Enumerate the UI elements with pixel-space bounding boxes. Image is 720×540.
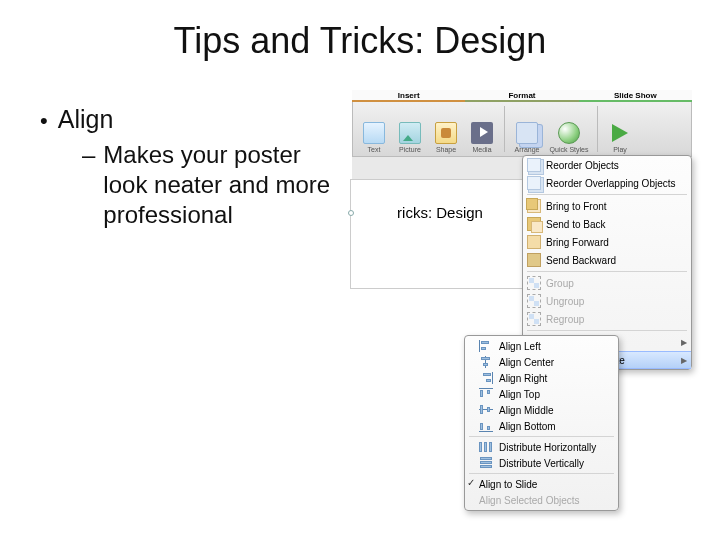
ribbon-play-button[interactable]: Play	[603, 104, 637, 154]
ribbon-quickstyles-label: Quick Styles	[550, 146, 589, 153]
menu-label: Align Left	[499, 341, 541, 352]
play-icon	[609, 122, 631, 144]
align-right-icon	[479, 372, 493, 384]
quickstyles-icon	[558, 122, 580, 144]
menu-distribute-vertically[interactable]: Distribute Vertically	[465, 455, 618, 471]
ribbon-play-label: Play	[613, 146, 627, 153]
menu-label: Regroup	[546, 314, 584, 325]
menu-label: Align Top	[499, 389, 540, 400]
bullet-dot-icon: •	[40, 108, 48, 134]
submenu-arrow-icon: ▶	[681, 356, 687, 365]
ribbon-picture-button[interactable]: Picture	[393, 104, 427, 154]
menu-distribute-horizontally[interactable]: Distribute Horizontally	[465, 439, 618, 455]
menu-label: Group	[546, 278, 574, 289]
ribbon-quickstyles-button[interactable]: Quick Styles	[546, 104, 592, 154]
bullet2-text: Makes your poster look neater and more p…	[103, 140, 350, 230]
mini-slide-title: ricks: Design	[351, 204, 529, 221]
tab-format[interactable]: Format	[465, 90, 578, 102]
ribbon-text-button[interactable]: Text	[357, 104, 391, 154]
bullet-dash-icon: –	[82, 140, 95, 230]
regroup-icon	[527, 312, 541, 326]
menu-ungroup: Ungroup	[523, 292, 691, 310]
submenu-arrow-icon: ▶	[681, 338, 687, 347]
ribbon-tabs: Insert Format Slide Show	[352, 90, 692, 102]
ribbon-arrange-label: Arrange	[515, 146, 540, 153]
ribbon-picture-label: Picture	[399, 146, 421, 153]
ribbon-divider	[597, 106, 598, 152]
menu-separator	[469, 436, 614, 437]
menu-bring-forward[interactable]: Bring Forward	[523, 233, 691, 251]
ribbon-text-label: Text	[368, 146, 381, 153]
menu-label: Bring Forward	[546, 237, 609, 248]
arrange-icon	[516, 122, 538, 144]
menu-label: Send to Back	[546, 219, 605, 230]
bring-front-icon	[527, 199, 541, 213]
menu-align-bottom[interactable]: Align Bottom	[465, 418, 618, 434]
ribbon-divider	[504, 106, 505, 152]
menu-label: Align Middle	[499, 405, 553, 416]
menu-separator	[527, 194, 687, 195]
distribute-h-icon	[479, 441, 493, 453]
menu-label: Distribute Horizontally	[499, 442, 596, 453]
menu-align-middle[interactable]: Align Middle	[465, 402, 618, 418]
send-backward-icon	[527, 253, 541, 267]
menu-send-backward[interactable]: Send Backward	[523, 251, 691, 269]
menu-label: Align Selected Objects	[479, 495, 580, 506]
group-icon	[527, 276, 541, 290]
menu-label: Align Center	[499, 357, 554, 368]
menu-regroup: Regroup	[523, 310, 691, 328]
menu-label: Reorder Objects	[546, 160, 619, 171]
reorder-icon	[527, 158, 541, 172]
menu-reorder-overlapping[interactable]: Reorder Overlapping Objects	[523, 174, 691, 192]
send-back-icon	[527, 217, 541, 231]
ribbon-media-button[interactable]: Media	[465, 104, 499, 154]
menu-label: Distribute Vertically	[499, 458, 584, 469]
ribbon-media-label: Media	[472, 146, 491, 153]
menu-reorder-objects[interactable]: Reorder Objects	[523, 156, 691, 174]
bring-forward-icon	[527, 235, 541, 249]
menu-label: Align to Slide	[479, 479, 537, 490]
menu-bring-to-front[interactable]: Bring to Front	[523, 197, 691, 215]
media-icon	[471, 122, 493, 144]
menu-align-center[interactable]: Align Center	[465, 354, 618, 370]
menu-align-selected-objects: Align Selected Objects	[465, 492, 618, 508]
menu-send-to-back[interactable]: Send to Back	[523, 215, 691, 233]
align-center-icon	[479, 356, 493, 368]
menu-separator	[469, 473, 614, 474]
distribute-v-icon	[479, 457, 493, 469]
align-left-icon	[479, 340, 493, 352]
picture-icon	[399, 122, 421, 144]
menu-align-left[interactable]: Align Left	[465, 338, 618, 354]
tab-insert[interactable]: Insert	[352, 90, 465, 102]
checkmark-icon: ✓	[467, 477, 475, 488]
align-middle-icon	[479, 404, 493, 416]
textbox-icon	[363, 122, 385, 144]
menu-label: Align Right	[499, 373, 547, 384]
menu-align-to-slide[interactable]: ✓Align to Slide	[465, 476, 618, 492]
menu-label: Align Bottom	[499, 421, 556, 432]
tab-slideshow[interactable]: Slide Show	[579, 90, 692, 102]
shape-icon	[435, 122, 457, 144]
menu-align-top[interactable]: Align Top	[465, 386, 618, 402]
slide-title: Tips and Tricks: Design	[0, 0, 720, 62]
ungroup-icon	[527, 294, 541, 308]
menu-label: Bring to Front	[546, 201, 607, 212]
ribbon-shape-button[interactable]: Shape	[429, 104, 463, 154]
selection-handle-icon[interactable]	[348, 210, 354, 216]
align-bottom-icon	[479, 420, 493, 432]
align-submenu: Align Left Align Center Align Right Alig…	[464, 335, 619, 511]
menu-separator	[527, 271, 687, 272]
mini-slide: ricks: Design	[350, 179, 530, 289]
bullet-level2: – Makes your poster look neater and more…	[82, 140, 350, 230]
powerpoint-screenshot: Insert Format Slide Show Text Picture Sh…	[352, 90, 692, 510]
reorder-overlap-icon	[527, 176, 541, 190]
menu-label: Send Backward	[546, 255, 616, 266]
menu-label: Reorder Overlapping Objects	[546, 178, 676, 189]
align-top-icon	[479, 388, 493, 400]
ribbon-shape-label: Shape	[436, 146, 456, 153]
menu-separator	[527, 330, 687, 331]
ribbon-arrange-button[interactable]: Arrange	[510, 104, 544, 154]
menu-group: Group	[523, 274, 691, 292]
menu-align-right[interactable]: Align Right	[465, 370, 618, 386]
menu-label: Ungroup	[546, 296, 584, 307]
